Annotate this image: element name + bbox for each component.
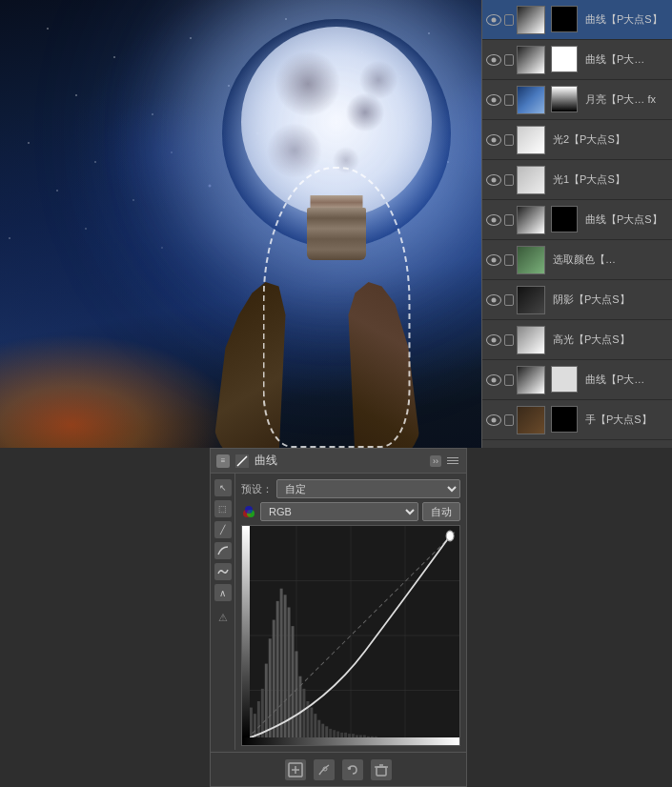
link-icon-9 [504,334,514,346]
svg-rect-25 [298,676,301,745]
layer-row-5[interactable]: 光1【P大点S】 [482,160,672,200]
sunset-layer [0,333,238,448]
eye-icon-4[interactable] [486,134,501,146]
curves-graph[interactable] [241,525,460,746]
layer-name-2: 曲线【P大… [585,52,668,67]
layer-name-10: 曲线【P大… [585,373,668,387]
layer-row-4[interactable]: 光2【P大点S】 [482,120,672,160]
thumb-4 [517,126,545,154]
thumb-2 [517,46,545,74]
layer-row-7[interactable]: 选取颜色【… [482,240,672,280]
add-mask-btn[interactable] [285,759,306,780]
layer-row-3[interactable]: 月亮【P大… fx [482,80,672,120]
rgb-row: RGB 自动 [241,502,460,521]
svg-point-3 [245,506,253,514]
link-icon-7 [504,254,514,266]
layers-panel: 曲线【P大点S】 曲线【P大… 月亮【P大… f [481,0,672,448]
svg-rect-19 [276,601,279,745]
link-icon-8 [504,294,514,306]
layer-name-9: 高光【P大点S】 [553,333,668,347]
props-icon: ≡ [216,454,230,468]
thumb-5 [517,166,545,194]
eye-icon-5[interactable] [486,174,501,186]
link-icon-3 [504,94,514,106]
mask-6 [551,206,578,232]
svg-rect-23 [292,626,295,745]
properties-panel: ≡ 曲线 ›› [210,448,467,787]
layer-row-9[interactable]: 高光【P大点S】 [482,320,672,360]
svg-rect-69 [377,767,386,776]
link-icon-6 [504,214,514,226]
link-icon-10 [504,374,514,386]
layer-row-8[interactable]: 阴影【P大点S】 [482,280,672,320]
curve-main: 预设： 自定 [235,474,466,750]
selection-outline [262,167,410,448]
mask-2 [551,46,578,72]
layer-row-11[interactable]: 手【P大点S】 [482,400,672,440]
svg-rect-16 [265,664,268,745]
channel-icon [241,504,256,519]
curve-line-tool[interactable] [214,542,232,559]
layer-name-5: 光1【P大点S】 [553,172,668,187]
layer-row-10[interactable]: 曲线【P大… [482,360,672,400]
canvas-area[interactable]: 曲线【P大点S】 曲线【P大… 月亮【P大… f [0,0,672,448]
eye-icon-11[interactable] [486,414,501,426]
warning-icon: ⚠ [214,609,232,626]
mask-3 [551,86,578,112]
layer-row-2[interactable]: 曲线【P大… [482,40,672,80]
link-icon-2 [504,54,514,66]
eye-icon-2[interactable] [486,54,501,66]
corner-tool[interactable]: ∧ [214,584,232,601]
mask-10 [551,366,578,393]
link-icon-5 [504,174,514,186]
eye-icon-10[interactable] [486,374,501,386]
svg-point-63 [446,531,454,541]
props-menu-btn[interactable] [445,455,460,466]
mask-1 [551,6,578,32]
eye-icon-1[interactable] [486,14,501,26]
props-header: ≡ 曲线 ›› [211,449,466,474]
smooth-tool[interactable] [214,563,232,580]
pointer-tool[interactable]: ↖ [214,479,232,496]
thumb-1 [517,6,545,34]
thumb-3 [517,86,545,114]
auto-button[interactable]: 自动 [422,502,460,521]
nebula-2 [95,95,238,210]
props-content: ↖ ⬚ ╱ ∧ ⚠ 预设： [211,474,466,750]
dropper-tool[interactable]: ⬚ [214,500,232,517]
props-forward-btn[interactable]: ›› [430,455,441,467]
layer-row-1[interactable]: 曲线【P大点S】 [482,0,672,40]
curve-reset-btn[interactable] [314,759,335,780]
tools-sidebar: ↖ ⬚ ╱ ∧ ⚠ [211,474,235,750]
channel-select[interactable]: RGB [260,502,418,521]
eye-icon-3[interactable] [486,94,501,106]
eye-icon-9[interactable] [486,334,501,346]
output-gradient[interactable] [242,526,250,737]
layer-name-4: 光2【P大点S】 [553,132,668,147]
thumb-11 [517,406,545,434]
layer-name-6: 曲线【P大点S】 [585,212,668,227]
link-icon-1 [504,14,514,26]
link-icon-4 [504,134,514,146]
link-icon-11 [504,414,514,426]
curves-icon [235,454,249,468]
thumb-7 [517,246,545,274]
props-title: 曲线 [255,453,277,469]
eye-icon-7[interactable] [486,254,501,266]
layer-name-1: 曲线【P大点S】 [585,12,668,27]
pencil-tool[interactable]: ╱ [214,521,232,538]
undo-btn[interactable] [342,759,363,780]
preset-select[interactable]: 自定 [276,479,460,498]
eye-icon-8[interactable] [486,294,501,306]
props-bottom-toolbar [211,752,466,786]
layer-row-6[interactable]: 曲线【P大点S】 [482,200,672,240]
svg-rect-20 [280,589,283,745]
input-gradient[interactable] [242,737,459,745]
props-controls: ›› [430,455,460,467]
thumb-6 [517,206,545,234]
bottom-section: ≡ 曲线 ›› [0,448,672,787]
svg-rect-22 [288,607,291,745]
delete-btn[interactable] [371,759,392,780]
eye-icon-6[interactable] [486,214,501,226]
app-container: 曲线【P大点S】 曲线【P大… 月亮【P大… f [0,0,672,787]
